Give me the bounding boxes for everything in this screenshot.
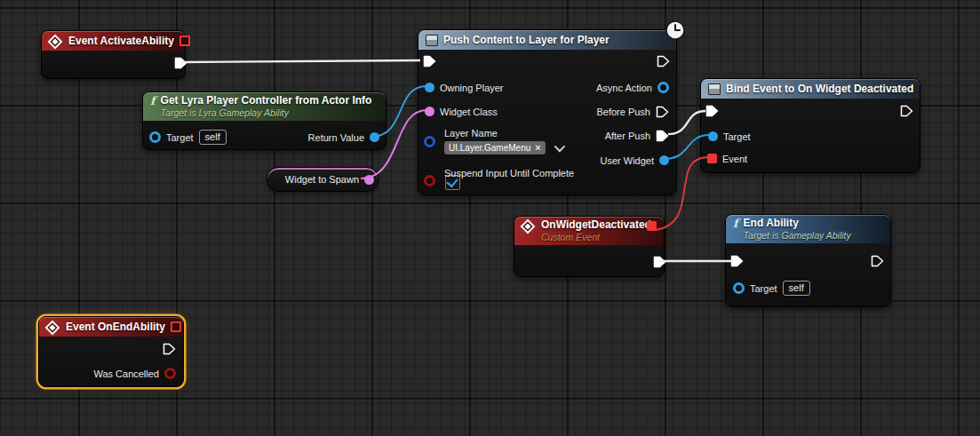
widget-class-pin[interactable] [425,107,434,116]
node-header: Push Content to Layer for Player [418,30,676,50]
node-title: Get Lyra Player Controller from Actor In… [161,95,378,107]
layer-name-pin[interactable] [424,136,435,147]
pin-label: Was Cancelled [93,369,159,379]
exec-in-pin[interactable] [730,255,744,267]
node-end-ability[interactable]: f End Ability Target is Gameplay Ability… [725,214,891,307]
node-subtitle: Target is Gameplay Ability [744,230,883,241]
target-pin[interactable] [733,282,745,294]
exec-out-pin[interactable] [900,105,913,117]
delegate-pin[interactable] [647,221,657,231]
clear-tag-icon[interactable]: × [535,141,540,155]
exec-out-pin[interactable] [163,343,176,355]
node-get-lyra-player-controller[interactable]: f Get Lyra Player Controller from Actor … [142,91,386,150]
blueprint-graph-canvas[interactable]: Event ActivateAbility f Get Lyra Player … [0,0,980,436]
gameplay-tag-value: UI.Layer.GameMenu [449,141,530,155]
target-pin[interactable] [708,131,718,141]
pin-label: Layer Name [444,128,498,139]
delegate-pin[interactable] [171,321,181,332]
target-value-field[interactable]: self [199,130,227,145]
was-cancelled-pin[interactable] [164,368,176,379]
node-subtitle: Target is Lyra Gameplay Ability [161,107,378,118]
node-on-widget-deactivated[interactable]: OnWidgetDeactivated Custom Event [514,216,665,277]
widget-icon [708,83,721,95]
event-icon [521,219,536,234]
event-delegate-pin[interactable] [707,154,717,163]
node-header: Bind Event to On Widget Deactivated [701,79,920,99]
pin-label: Suspend Input Until Complete [444,168,574,178]
function-icon: f [733,218,738,229]
async-clock-icon [665,20,686,41]
node-header: f Get Lyra Player Controller from Actor … [143,92,386,121]
pin-label: Async Action [596,83,652,93]
node-event-on-end-ability[interactable]: Event OnEndAbility Was Cancelled [38,316,184,387]
return-value-pin[interactable] [370,132,379,142]
pin-label: After Push [605,131,650,141]
pin-label: Target [166,132,194,143]
node-header: Event ActivateAbility [42,31,185,51]
pin-label: User Widget [600,155,654,166]
target-pin[interactable] [149,131,161,143]
pin-label: Target [723,131,751,142]
function-icon: f [150,96,155,107]
dropdown-chevron-icon[interactable] [554,141,565,153]
suspend-input-pin[interactable] [424,175,435,186]
pin-label: Target [750,283,777,294]
node-header: f End Ability Target is Gameplay Ability [726,215,890,243]
pin-label: Before Push [596,107,650,117]
user-widget-pin[interactable] [659,155,669,165]
node-title: End Ability [744,218,883,230]
exec-out-pin[interactable] [657,55,670,67]
before-push-pin[interactable] [656,106,669,118]
target-value-field[interactable]: self [783,281,810,296]
node-title: OnWidgetDeactivated [541,219,641,232]
widget-to-spawn-out-pin[interactable] [364,175,374,185]
owning-player-pin[interactable] [425,83,434,92]
pin-label: Event [722,154,747,164]
node-title: Bind Event to On Widget Deactivated [726,83,913,95]
node-title: Push Content to Layer for Player [443,34,610,46]
exec-out-pin[interactable] [871,255,884,267]
after-push-pin[interactable] [656,130,669,142]
node-header: OnWidgetDeactivated Custom Event [514,217,664,245]
node-subtitle: Custom Event [541,232,641,242]
event-icon [45,321,60,336]
node-event-activate-ability[interactable]: Event ActivateAbility [41,30,186,79]
exec-in-pin[interactable] [423,55,436,67]
node-bind-event-on-widget-deactivated[interactable]: Bind Event to On Widget Deactivated Targ… [700,78,920,173]
node-title: Event OnEndAbility [66,321,165,333]
wire-exec-activate-to-push [181,60,420,62]
node-widget-to-spawn-getter[interactable]: Widget to Spawn [267,167,378,192]
node-header: Event OnEndAbility [39,317,183,337]
node-push-content-to-layer[interactable]: Push Content to Layer for Player Owning … [418,29,677,195]
widget-icon [426,35,438,46]
gameplay-tag-chip[interactable]: UI.Layer.GameMenu × [444,141,546,155]
pin-label: Widget Class [440,107,498,117]
node-title: Event ActivateAbility [68,35,174,47]
async-action-pin[interactable] [657,82,669,93]
exec-out-pin[interactable] [653,256,666,268]
exec-in-pin[interactable] [705,105,719,117]
pin-label: Return Value [308,132,364,143]
exec-out-pin[interactable] [174,57,187,69]
delegate-pin[interactable] [179,36,190,46]
variable-label: Widget to Spawn [285,174,359,185]
pin-label: Owning Player [440,83,504,93]
event-icon [48,35,63,50]
